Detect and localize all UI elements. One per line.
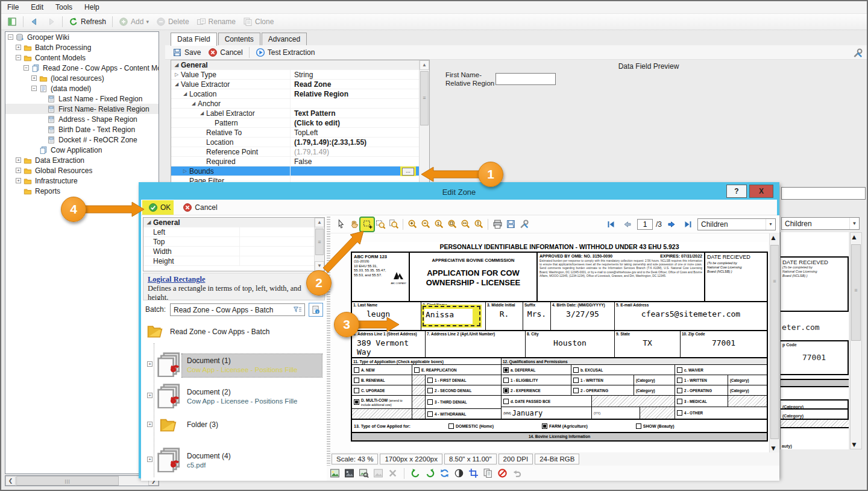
expander-icon[interactable]: + [31,75,37,81]
image-inspect-button[interactable] [358,467,370,479]
zoom-in-tool-button[interactable] [406,218,419,231]
expander-icon[interactable]: − [24,65,29,71]
toolbar-add-button[interactable]: Add▾ [115,16,153,28]
expander-icon[interactable]: + [147,457,153,462]
zoom-width-tool-button[interactable] [459,218,472,231]
rect-select-tool-button[interactable] [360,218,374,231]
contrast-button[interactable] [453,467,465,479]
scroll-left-icon[interactable]: ❮ [5,476,16,486]
toolbar-forward-button[interactable] [43,16,60,28]
dialog-close-button[interactable]: X [749,185,773,198]
property-row-general[interactable]: ◢General [171,60,429,70]
cursor-tool-button[interactable] [334,218,347,231]
scrollbar-thumb[interactable]: ≡ [770,245,779,439]
toolbar-refresh-button[interactable]: Refresh [65,16,110,28]
viewer-vertical-scrollbar[interactable]: ▲ ≡ ▼ [769,233,779,452]
previous-page-button[interactable] [621,218,634,231]
toolbar-rename-button[interactable]: Rename [193,16,239,28]
property-row-location[interactable]: ◢LocationRelative Region [171,89,429,99]
scrollbar-thumb[interactable]: ||| [16,476,119,486]
scrollbar-thumb[interactable]: ≡ [420,71,429,125]
preview-field-input[interactable] [495,73,556,85]
hand-tool-button[interactable] [347,218,360,231]
tree-item-docket-reocr-zone[interactable]: Docket # - ReOCR Zone [5,135,159,145]
scroll-down-icon[interactable]: ▼ [851,440,861,449]
background-filter-input[interactable] [781,187,866,200]
property-row-location[interactable]: Location(1.79,1.49):(2.33,1.55) [171,138,429,147]
zoom-actual-tool-button[interactable]: 1 [432,218,445,231]
crop-button[interactable] [468,467,479,479]
property-row-width[interactable]: Width [143,247,324,256]
zoom-out-tool-button[interactable] [419,218,432,231]
tree-item-address-shape-region[interactable]: Address - Shape Region [5,114,159,124]
zoom-fit-tool-button[interactable] [445,218,459,231]
document-item-label[interactable]: Document (4) [187,452,231,460]
property-value[interactable]: Read Zone [291,80,429,89]
rotate-cw-button[interactable] [424,467,436,479]
property-row-value-type[interactable]: ▷Value TypeString [171,70,429,80]
image-color-button[interactable] [329,467,341,479]
scroll-down-icon[interactable]: ▼ [770,444,779,452]
menu-edit[interactable]: Edit [25,1,49,13]
tree-item-data-model[interactable]: −(data model) [5,83,159,93]
tree-item-infrastructure[interactable]: +Infrastructure [5,176,159,186]
tree-item-local-resources[interactable]: +(local resources) [5,73,159,83]
property-value[interactable]: TopLeft [291,128,429,137]
property-value[interactable]: (Click to edit) [291,119,429,127]
delete-disabled-button[interactable] [387,467,398,479]
tab-advanced[interactable]: Advanced [262,33,307,45]
copy-pages-button[interactable] [482,467,494,479]
tree-item-cow-application[interactable]: Cow Application [5,145,159,155]
image-dark-button[interactable] [344,467,355,479]
scroll-down-icon[interactable]: ▼ [315,261,324,271]
image-disabled-button[interactable] [373,467,384,479]
tree-item-data-extraction[interactable]: +Data Extraction [5,155,159,165]
print-tool-button[interactable] [491,218,504,231]
tab-data-field[interactable]: Data Field [171,33,217,46]
property-row-label-extractor[interactable]: ◢Label ExtractorText Pattern [171,109,429,118]
property-value[interactable]: (1.79,1.49) [291,148,429,156]
scroll-up-icon[interactable]: ▲ [315,218,324,227]
expander-icon[interactable]: + [147,361,153,367]
expander-icon[interactable]: + [147,393,153,398]
last-page-button[interactable] [681,218,694,231]
grid-vertical-scrollbar[interactable]: ▲≡ [419,60,429,189]
scroll-up-icon[interactable]: ▲ [770,233,779,242]
toolbar-clone-button[interactable]: Clone [239,16,277,28]
document-item-label[interactable]: Document (1) [187,356,231,365]
expander-icon[interactable]: − [16,55,21,60]
menu-file[interactable]: File [1,1,25,13]
tab-contents[interactable]: Contents [218,33,260,45]
next-page-button[interactable] [665,218,678,231]
zoom-preview-tool-button[interactable] [387,218,400,231]
first-page-button[interactable] [605,218,618,231]
toolbar-delete-button[interactable]: Delete [153,16,193,28]
background-vertical-scrollbar[interactable]: ▲ ≡ ▼ [850,232,862,449]
tree-item-birth-date-text-region[interactable]: Birth Date - Text Region [5,124,159,135]
property-row-bounds[interactable]: ▷Bounds... [171,166,429,176]
tree-item-last-name-fixed-region[interactable]: Last Name - Fixed Region [5,93,159,104]
tree-item-read-zone-cow-apps-content-moc[interactable]: −Read Zone - Cow Apps - Content Moc [5,63,159,73]
expander-icon[interactable]: − [8,34,13,40]
expander-icon[interactable]: + [16,168,21,173]
expander-icon[interactable]: + [16,157,21,163]
test-extraction-button[interactable]: Test Extraction [252,46,319,59]
open-batch-button[interactable]: i [309,303,323,317]
zone-highlight[interactable]: Anissa [421,305,482,328]
toolbar-back-button[interactable] [26,16,43,28]
scrollbar-thumb[interactable]: ≡ [315,229,324,255]
property-row-value-extractor[interactable]: ◢Value ExtractorRead Zone [171,80,429,89]
undo-button[interactable] [511,467,523,479]
document-item-label[interactable]: Document (2) [187,388,231,396]
property-row-pattern[interactable]: Pattern(Click to edit) [171,118,429,128]
property-row-required[interactable]: RequiredFalse [171,157,429,166]
settings-icon[interactable] [852,48,863,59]
property-row-general[interactable]: ◢General [143,218,324,227]
expander-icon[interactable]: − [31,86,37,91]
save-tool-button[interactable] [504,218,517,231]
tree-item-global-resources[interactable]: +Global Resources [5,165,159,176]
page-number-input[interactable] [637,219,653,230]
dialog-help-button[interactable]: ? [726,185,747,198]
property-row-top[interactable]: Top [143,237,324,247]
expander-icon[interactable]: + [16,178,21,183]
